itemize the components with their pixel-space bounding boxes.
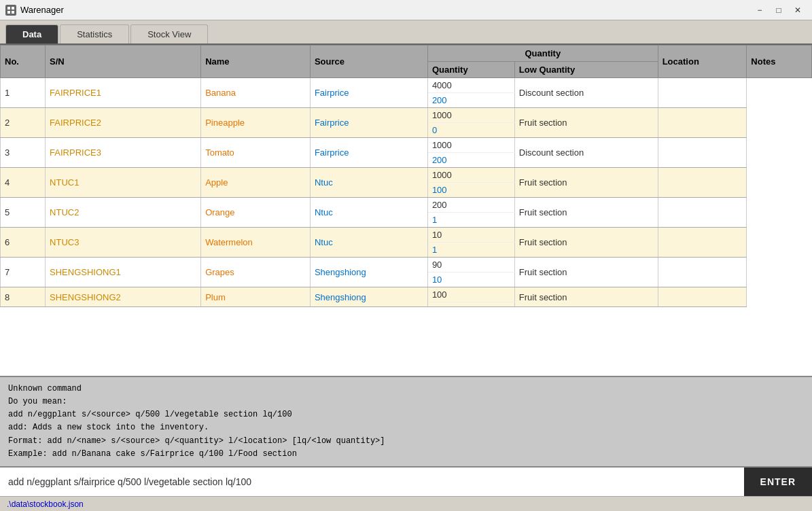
cell-name: Watermelon (201, 228, 311, 258)
cell-source: Fairprice (310, 78, 427, 108)
table-row: 3 FAIRPRICE3 Tomato Fairprice 1000 Disco… (1, 138, 812, 153)
maximize-button[interactable]: □ (770, 3, 788, 17)
cell-low-qty: 1 (427, 213, 514, 228)
cell-notes (658, 138, 747, 168)
cell-notes (658, 287, 747, 307)
cell-sn: FAIRPRICE2 (46, 108, 201, 138)
cell-name: Grapes (201, 258, 311, 287)
col-source: Source (310, 46, 427, 78)
cell-notes (658, 198, 747, 228)
col-qty: Quantity (427, 62, 514, 78)
cell-low-qty: 1 (427, 243, 514, 258)
cell-sn: FAIRPRICE1 (46, 78, 201, 108)
cell-qty: 200 (427, 198, 514, 213)
cell-no: 1 (1, 78, 46, 108)
title-bar-left: Warenager (5, 5, 64, 16)
cell-location: Fruit section (514, 287, 658, 307)
console-line5: Format: add n/<name> s/<source> q/<quant… (8, 435, 804, 448)
command-input[interactable] (0, 468, 744, 496)
cell-qty: 1000 (427, 138, 514, 153)
svg-rect-2 (7, 11, 10, 14)
app-icon (5, 5, 16, 16)
cell-no: 8 (1, 287, 46, 307)
svg-rect-3 (12, 11, 14, 14)
minimize-button[interactable]: − (751, 3, 769, 17)
table-row: 2 FAIRPRICE2 Pineapple Fairprice 1000 Fr… (1, 108, 812, 123)
cell-source: Fairprice (310, 108, 427, 138)
col-name: Name (201, 46, 311, 78)
cell-source: Ntuc (310, 198, 427, 228)
cell-low-qty: 10 (427, 272, 514, 287)
cell-low-qty: 0 (427, 123, 514, 138)
cell-name: Orange (201, 198, 311, 228)
console-area: Unknown command Do you mean: add n/eggpl… (0, 376, 812, 466)
cell-qty: 1000 (427, 168, 514, 183)
status-path: .\data\stockbook.json (7, 499, 84, 509)
cell-notes (658, 258, 747, 287)
input-bar: ENTER (0, 466, 812, 496)
cell-name: Banana (201, 78, 311, 108)
table-row: 7 SHENGSHIONG1 Grapes Shengshiong 90 Fru… (1, 258, 812, 272)
cell-name: Apple (201, 168, 311, 198)
cell-source: Shengshiong (310, 258, 427, 287)
cell-sn: NTUC3 (46, 228, 201, 258)
cell-no: 2 (1, 108, 46, 138)
cell-name: Plum (201, 287, 311, 307)
status-bar: .\data\stockbook.json (0, 496, 812, 511)
app-title: Warenager (20, 5, 64, 15)
cell-qty: 90 (427, 258, 514, 272)
cell-source: Shengshiong (310, 287, 427, 307)
col-qty-group: Quantity (427, 46, 658, 62)
tab-stockview[interactable]: Stock View (130, 24, 208, 43)
enter-button[interactable]: ENTER (744, 468, 812, 496)
cell-sn: NTUC1 (46, 168, 201, 198)
cell-location: Fruit section (514, 198, 658, 228)
cell-low-qty: 200 (427, 153, 514, 168)
cell-low-qty (427, 302, 514, 307)
console-line1: Unknown command (8, 383, 804, 395)
cell-name: Pineapple (201, 108, 311, 138)
tab-statistics[interactable]: Statistics (60, 24, 129, 43)
cell-sn: SHENGSHIONG2 (46, 287, 201, 307)
tab-bar: Data Statistics Stock View (0, 20, 812, 43)
cell-no: 7 (1, 258, 46, 287)
cell-no: 3 (1, 138, 46, 168)
cell-no: 4 (1, 168, 46, 198)
console-line3: add n/eggplant s/<source> q/500 l/vegeta… (8, 408, 804, 421)
console-line4: add: Adds a new stock into the inventory… (8, 421, 804, 434)
svg-rect-0 (7, 7, 10, 10)
close-button[interactable]: ✕ (789, 3, 807, 17)
cell-notes (658, 78, 747, 108)
title-bar-controls: − □ ✕ (751, 3, 807, 17)
table-row: 4 NTUC1 Apple Ntuc 1000 Fruit section (1, 168, 812, 183)
col-location: Location (658, 46, 747, 78)
cell-location: Fruit section (514, 168, 658, 198)
col-notes: Notes (747, 46, 812, 78)
col-sn: S/N (46, 46, 201, 78)
cell-sn: FAIRPRICE3 (46, 138, 201, 168)
main-content: No. S/N Name Source Quantity Location No… (0, 43, 812, 496)
cell-qty: 10 (427, 228, 514, 243)
table-row: 6 NTUC3 Watermelon Ntuc 10 Fruit section (1, 228, 812, 243)
cell-location: Fruit section (514, 228, 658, 258)
console-line2: Do you mean: (8, 395, 804, 408)
svg-rect-1 (12, 7, 14, 10)
cell-sn: SHENGSHIONG1 (46, 258, 201, 287)
table-row: 8 SHENGSHIONG2 Plum Shengshiong 100 Frui… (1, 287, 812, 302)
inventory-table: No. S/N Name Source Quantity Location No… (0, 45, 812, 307)
table-row: 1 FAIRPRICE1 Banana Fairprice 4000 Disco… (1, 78, 812, 93)
tab-data[interactable]: Data (5, 24, 58, 43)
table-area[interactable]: No. S/N Name Source Quantity Location No… (0, 45, 812, 376)
cell-no: 6 (1, 228, 46, 258)
cell-location: Discount section (514, 138, 658, 168)
cell-qty: 4000 (427, 78, 514, 93)
title-bar: Warenager − □ ✕ (0, 0, 812, 20)
cell-low-qty: 200 (427, 93, 514, 108)
table-row: 5 NTUC2 Orange Ntuc 200 Fruit section (1, 198, 812, 213)
cell-notes (658, 108, 747, 138)
cell-source: Ntuc (310, 228, 427, 258)
col-no: No. (1, 46, 46, 78)
cell-notes (658, 228, 747, 258)
cell-location: Fruit section (514, 108, 658, 138)
col-low-qty: Low Quantity (514, 62, 658, 78)
